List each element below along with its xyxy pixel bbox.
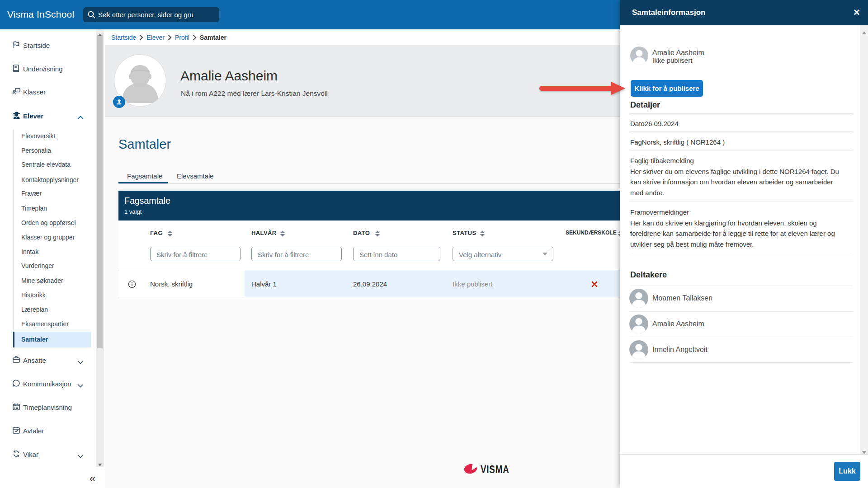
svg-text:VISMA: VISMA — [481, 464, 509, 475]
